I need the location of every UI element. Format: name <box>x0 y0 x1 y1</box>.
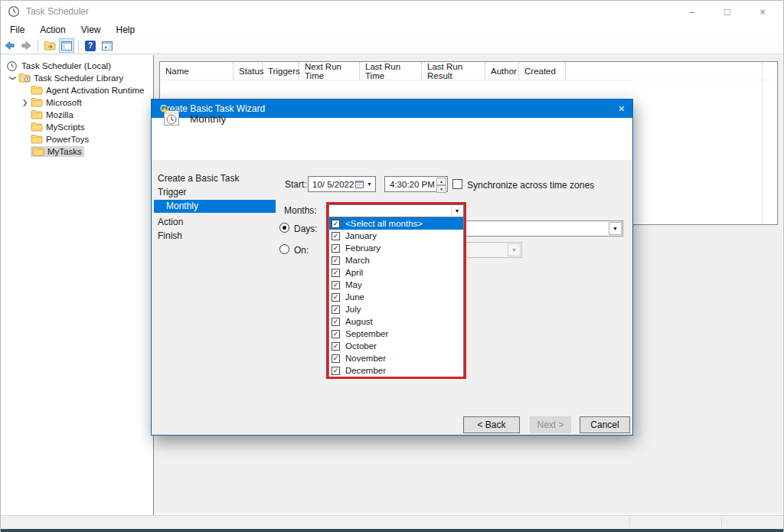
checkbox-checked-icon[interactable]: ✓ <box>332 342 340 351</box>
month-option-september[interactable]: ✓September <box>329 328 463 340</box>
month-option-april[interactable]: ✓April <box>329 266 463 279</box>
tree-item-content: Microsoft <box>31 97 82 108</box>
app-clock-icon <box>8 5 20 18</box>
tree-folders: Agent Activation Runtime❯MicrosoftMozill… <box>1 84 153 158</box>
checkbox-checked-icon[interactable]: ✓ <box>332 256 340 265</box>
chevron-right-icon[interactable]: ❯ <box>19 99 31 106</box>
days-radio[interactable] <box>279 223 289 233</box>
wizard-page-title: Monthly <box>190 113 226 125</box>
checkbox-checked-icon[interactable]: ✓ <box>332 269 340 277</box>
month-option-march[interactable]: ✓March <box>329 254 463 266</box>
column-header-created[interactable]: Created <box>519 62 566 80</box>
forward-icon[interactable] <box>18 38 34 53</box>
menu-action[interactable]: Action <box>32 23 73 37</box>
checkbox-checked-icon[interactable]: ✓ <box>332 367 340 375</box>
month-option-label: February <box>345 243 381 253</box>
chevron-down-icon[interactable]: ▼ <box>367 181 372 187</box>
month-option-august[interactable]: ✓August <box>329 315 463 328</box>
help-icon[interactable]: ? <box>83 38 98 53</box>
sidebar-item-agent-activation-runtime[interactable]: Agent Activation Runtime <box>1 84 153 96</box>
spin-up-icon[interactable]: ▲ <box>436 178 446 185</box>
on-radio[interactable] <box>279 244 289 254</box>
checkbox-checked-icon[interactable]: ✓ <box>332 281 340 289</box>
checkbox-checked-icon[interactable]: ✓ <box>332 330 340 338</box>
month-option-october[interactable]: ✓October <box>329 340 463 352</box>
toolbar-separator <box>78 40 79 52</box>
spin-down-icon[interactable]: ▼ <box>436 185 446 193</box>
back-icon[interactable] <box>2 38 17 53</box>
menu-help[interactable]: Help <box>109 23 143 37</box>
sync-timezones-checkbox[interactable] <box>452 179 462 189</box>
checkbox-checked-icon[interactable]: ✓ <box>332 305 340 314</box>
chevron-down-icon[interactable]: ▼ <box>609 222 622 235</box>
checkbox-checked-icon[interactable]: ✓ <box>332 318 340 326</box>
checkbox-checked-icon[interactable]: ✓ <box>332 220 340 228</box>
month-option-november[interactable]: ✓November <box>329 352 463 364</box>
months-label: Months: <box>284 205 317 216</box>
sidebar-item-mytasks[interactable]: MyTasks <box>1 145 153 158</box>
console-tree-icon[interactable] <box>42 38 57 53</box>
folder-icon <box>31 122 43 132</box>
wizard-close-button[interactable]: × <box>619 100 625 118</box>
on-label: On: <box>294 245 309 256</box>
start-date-picker[interactable]: 10/ 5/2022 ▼ <box>308 176 376 192</box>
menu-bar: FileActionViewHelp <box>1 22 783 38</box>
cancel-button[interactable]: Cancel <box>580 416 630 433</box>
month-option-february[interactable]: ✓February <box>329 242 463 254</box>
column-header-status[interactable]: Status <box>234 62 263 80</box>
column-header-last-run-result[interactable]: Last Run Result <box>422 62 485 80</box>
days-label: Days: <box>294 224 318 234</box>
window-title: Task Scheduler <box>26 6 89 17</box>
month-option-december[interactable]: ✓December <box>329 364 463 377</box>
wizard-nav-trigger[interactable]: Trigger <box>154 186 276 199</box>
column-header-triggers[interactable]: Triggers <box>263 62 299 80</box>
sidebar-item-label: Mozilla <box>46 110 74 119</box>
wizard-nav-monthly[interactable]: Monthly <box>154 200 276 213</box>
maximize-button[interactable]: □ <box>710 1 745 22</box>
sidebar-item-task-scheduler-local[interactable]: Task Scheduler (Local) <box>1 60 153 72</box>
month-option-select-all[interactable]: ✓<Select all months> <box>329 217 463 230</box>
sidebar-item-microsoft[interactable]: ❯Microsoft <box>1 96 153 109</box>
column-header-last-run-time[interactable]: Last Run Time <box>360 62 422 80</box>
action-pane-icon[interactable] <box>100 38 115 53</box>
checkbox-checked-icon[interactable]: ✓ <box>332 232 340 240</box>
checkbox-checked-icon[interactable]: ✓ <box>332 354 340 363</box>
column-header-next-run-time[interactable]: Next Run Time <box>299 62 360 80</box>
months-dropdown-field[interactable]: ▼ <box>328 204 464 217</box>
wizard-nav-create-a-basic-task[interactable]: Create a Basic Task <box>154 172 276 185</box>
close-button[interactable]: × <box>745 1 780 22</box>
chevron-down-icon[interactable]: ▼ <box>451 206 462 216</box>
month-option-label: August <box>345 317 373 326</box>
minimize-button[interactable]: – <box>675 1 710 22</box>
column-header-author[interactable]: Author <box>485 62 519 80</box>
checkbox-checked-icon[interactable]: ✓ <box>332 293 340 302</box>
back-button[interactable]: < Back <box>463 416 520 433</box>
month-option-june[interactable]: ✓June <box>329 291 463 303</box>
wizard-nav-finish[interactable]: Finish <box>154 230 276 243</box>
menu-view[interactable]: View <box>74 23 109 37</box>
panes-icon[interactable] <box>59 38 74 53</box>
sidebar-item-powertoys[interactable]: PowerToys <box>1 133 153 145</box>
wizard-nav-action[interactable]: Action <box>154 216 276 229</box>
clock-icon <box>6 60 18 71</box>
calendar-icon <box>355 180 364 190</box>
month-option-january[interactable]: ✓January <box>329 230 463 242</box>
months-dropdown-list: ✓<Select all months>✓January✓February✓Ma… <box>328 217 464 378</box>
window-controls: – □ × <box>675 1 780 22</box>
month-option-may[interactable]: ✓May <box>329 279 463 291</box>
sidebar-item-mozilla[interactable]: Mozilla <box>1 109 153 121</box>
sidebar-item-task-scheduler-library[interactable]: ❯ Task Scheduler Library <box>1 72 153 84</box>
sidebar-item-myscripts[interactable]: MyScripts <box>1 121 153 133</box>
tree-item-content: MyScripts <box>31 122 84 132</box>
spinner-buttons[interactable]: ▲▼ <box>436 178 446 191</box>
start-time-spinner[interactable]: 4:30:20 PM ▲▼ <box>384 176 448 192</box>
checkbox-checked-icon[interactable]: ✓ <box>332 244 340 253</box>
month-option-label: <Select all months> <box>345 219 423 228</box>
toolbar-separator <box>38 40 38 52</box>
month-option-july[interactable]: ✓July <box>329 303 463 315</box>
chevron-down-icon[interactable]: ❯ <box>9 73 17 84</box>
column-header-name[interactable]: Name <box>160 62 234 80</box>
library-icon <box>18 73 31 83</box>
menu-file[interactable]: File <box>2 23 32 37</box>
month-option-label: April <box>345 268 363 277</box>
